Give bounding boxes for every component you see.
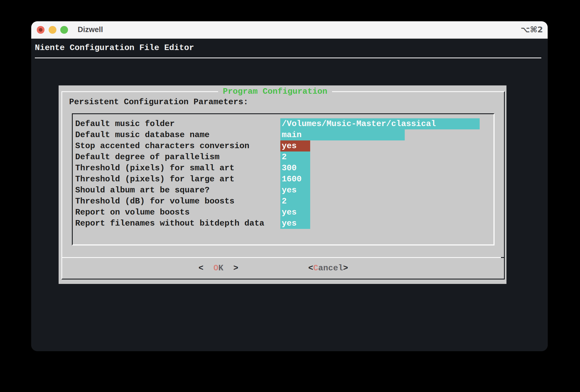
form-row: Default music folder/Volumes/Music-Maste… bbox=[75, 118, 493, 129]
cancel-close-bracket: > bbox=[343, 263, 348, 273]
form-row: Report on volume boostsyes bbox=[75, 207, 493, 218]
heading-underline bbox=[35, 58, 541, 58]
field-label: Stop accented characters conversion bbox=[75, 140, 280, 151]
form-row: Threshold (pixels) for small art300 bbox=[75, 163, 493, 174]
ok-label: K bbox=[218, 263, 223, 273]
field-value[interactable]: 1600 bbox=[280, 174, 310, 185]
program-configuration-dialog: Program Configuration Persistent Configu… bbox=[59, 85, 506, 284]
app-heading: Niente Configuration File Editor bbox=[35, 43, 194, 53]
cancel-button[interactable]: <Cancel> bbox=[308, 263, 348, 274]
window-title: Dizwell bbox=[78, 21, 103, 38]
field-label: Report filenames without bitdepth data bbox=[75, 218, 280, 229]
field-label: Threshold (pixels) for large art bbox=[75, 174, 280, 185]
close-window-icon[interactable] bbox=[37, 26, 45, 34]
form-row: Default music database namemain bbox=[75, 129, 493, 140]
field-value[interactable]: main bbox=[280, 129, 405, 140]
button-separator bbox=[61, 257, 501, 258]
form-box: Default music folder/Volumes/Music-Maste… bbox=[72, 113, 495, 245]
terminal-window: Dizwell ⌥⌘2 Niente Configuration File Ed… bbox=[31, 21, 548, 351]
ok-button[interactable]: < OK > bbox=[198, 263, 238, 274]
dialog-title: Program Configuration bbox=[218, 86, 332, 97]
field-label: Should album art be square? bbox=[75, 185, 280, 196]
form-row: Stop accented characters conversionyes bbox=[75, 140, 493, 151]
field-label: Threshold (pixels) for small art bbox=[75, 163, 280, 174]
form-row: Default degree of parallelism2 bbox=[75, 151, 493, 163]
form-row: Report filenames without bitdepth dataye… bbox=[75, 218, 493, 229]
form-row: Should album art be square?yes bbox=[75, 185, 493, 196]
field-value[interactable]: 2 bbox=[280, 151, 310, 163]
field-label: Default music database name bbox=[75, 129, 280, 140]
field-label: Report on volume boosts bbox=[75, 207, 280, 218]
terminal-screen: Niente Configuration File Editor Program… bbox=[31, 39, 548, 351]
ok-open-bracket: < bbox=[198, 263, 203, 273]
zoom-window-icon[interactable] bbox=[60, 26, 68, 34]
field-value[interactable]: yes bbox=[280, 185, 310, 196]
field-label: Default degree of parallelism bbox=[75, 151, 280, 163]
form-rows: Default music folder/Volumes/Music-Maste… bbox=[75, 118, 493, 229]
ok-pad-right bbox=[223, 263, 233, 273]
field-value[interactable]: /Volumes/Music-Master/classical bbox=[280, 118, 480, 129]
cancel-open-bracket: < bbox=[308, 263, 313, 273]
ok-hotkey: O bbox=[213, 263, 218, 273]
field-value[interactable]: yes bbox=[280, 218, 310, 229]
cancel-label: ancel bbox=[318, 263, 343, 273]
form-row: Threshold (dB) for volume boosts2 bbox=[75, 196, 493, 207]
field-value[interactable]: yes bbox=[280, 207, 310, 218]
ok-close-bracket: > bbox=[233, 263, 238, 273]
cancel-hotkey: C bbox=[313, 263, 318, 273]
form-row: Threshold (pixels) for large art1600 bbox=[75, 174, 493, 185]
field-value[interactable]: yes bbox=[280, 140, 310, 151]
minimize-window-icon[interactable] bbox=[49, 26, 56, 34]
window-shortcut-badge: ⌥⌘2 bbox=[521, 21, 543, 38]
field-value[interactable]: 2 bbox=[280, 196, 310, 207]
field-label: Threshold (dB) for volume boosts bbox=[75, 196, 280, 207]
titlebar: Dizwell ⌥⌘2 bbox=[31, 21, 548, 39]
field-value[interactable]: 300 bbox=[280, 163, 310, 174]
ok-pad-left bbox=[203, 263, 213, 273]
button-separator-end bbox=[501, 257, 505, 258]
field-label: Default music folder bbox=[75, 118, 280, 129]
dialog-subtitle: Persistent Configuration Parameters: bbox=[69, 96, 248, 108]
